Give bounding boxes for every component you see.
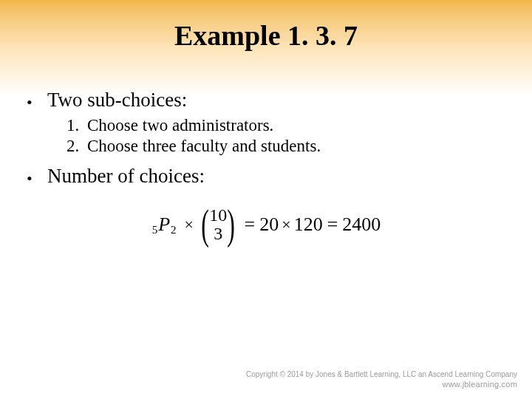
bullet-dot-icon: • — [27, 171, 47, 187]
times-icon: × — [282, 215, 290, 234]
perm-right-subscript: 2 — [171, 224, 177, 236]
bullet-two-subchoices: • Two sub-choices: — [27, 89, 505, 112]
item-number: 2. — [66, 137, 87, 156]
bullet-number-of-choices: • Number of choices: — [27, 165, 505, 188]
value-20: 20 — [259, 214, 279, 236]
footer: Copyright © 2014 by Jones & Bartlett Lea… — [246, 370, 517, 389]
perm-left-subscript: 5 — [152, 224, 158, 236]
binom-bottom: 3 — [214, 225, 222, 243]
numbered-list: 1. Choose two administrators. 2. Choose … — [66, 116, 505, 156]
binomial-values: 10 3 — [209, 206, 227, 243]
result-value: 2400 — [342, 214, 381, 236]
slide-content: • Two sub-choices: 1. Choose two adminis… — [27, 89, 505, 244]
list-item: 1. Choose two administrators. — [66, 116, 505, 135]
slide: Example 1. 3. 7 • Two sub-choices: 1. Ch… — [0, 0, 532, 399]
times-icon: × — [185, 215, 194, 234]
equals-icon: = — [327, 214, 338, 236]
binom-top: 10 — [209, 206, 227, 225]
perm-letter: P — [158, 214, 170, 236]
binomial: ( 10 3 ) — [198, 205, 239, 244]
left-paren-icon: ( — [201, 205, 209, 244]
list-item: 2. Choose three faculty and students. — [66, 137, 505, 156]
bullet-text: Number of choices: — [47, 165, 205, 188]
copyright-text: Copyright © 2014 by Jones & Bartlett Lea… — [246, 370, 517, 378]
slide-title: Example 1. 3. 7 — [0, 19, 532, 52]
right-paren-icon: ) — [228, 205, 236, 244]
permutation-symbol: 5 P 2 — [151, 214, 177, 236]
formula-container: 5 P 2 × ( 10 3 ) = 20 × 120 = 2 — [27, 205, 505, 244]
formula: 5 P 2 × ( 10 3 ) = 20 × 120 = 2 — [151, 205, 381, 244]
item-number: 1. — [66, 116, 87, 135]
bullet-text: Two sub-choices: — [47, 89, 187, 112]
footer-url: www.jblearning.com — [246, 380, 517, 389]
bullet-dot-icon: • — [27, 95, 47, 111]
value-120: 120 — [294, 214, 323, 236]
equals-icon: = — [245, 214, 256, 236]
item-text: Choose three faculty and students. — [87, 137, 321, 156]
item-text: Choose two administrators. — [87, 116, 273, 135]
